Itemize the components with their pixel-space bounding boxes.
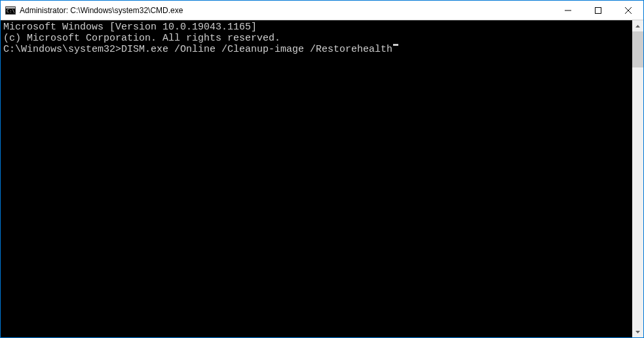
svg-text:C:\: C:\ [7, 9, 15, 14]
close-button[interactable] [613, 1, 643, 20]
terminal-content[interactable]: Microsoft Windows [Version 10.0.19043.11… [1, 20, 632, 337]
cmd-icon: C:\ [5, 5, 16, 16]
titlebar[interactable]: C:\ Administrator: C:\Windows\system32\C… [1, 1, 643, 20]
svg-rect-4 [596, 7, 601, 13]
maximize-button[interactable] [583, 1, 613, 20]
window-controls [553, 1, 643, 20]
terminal-output-line: (c) Microsoft Corporation. All rights re… [3, 33, 630, 44]
terminal-output-line: Microsoft Windows [Version 10.0.19043.11… [3, 22, 630, 33]
svg-marker-7 [635, 25, 640, 28]
scrollbar-thumb[interactable] [632, 31, 643, 67]
minimize-button[interactable] [553, 1, 583, 20]
terminal-prompt: C:\Windows\system32> [3, 44, 121, 55]
scrollbar-up-button[interactable] [632, 20, 643, 31]
terminal-cursor [393, 44, 398, 46]
window-title: Administrator: C:\Windows\system32\CMD.e… [20, 6, 553, 15]
terminal-command: DISM.exe /Online /Cleanup-image /Restore… [121, 44, 392, 55]
vertical-scrollbar[interactable] [632, 20, 643, 337]
terminal-prompt-line: C:\Windows\system32>DISM.exe /Online /Cl… [3, 44, 630, 55]
cmd-window: C:\ Administrator: C:\Windows\system32\C… [0, 0, 644, 338]
scrollbar-track[interactable] [632, 31, 643, 326]
scrollbar-down-button[interactable] [632, 326, 643, 337]
svg-marker-8 [635, 331, 640, 333]
terminal-area: Microsoft Windows [Version 10.0.19043.11… [1, 20, 643, 337]
